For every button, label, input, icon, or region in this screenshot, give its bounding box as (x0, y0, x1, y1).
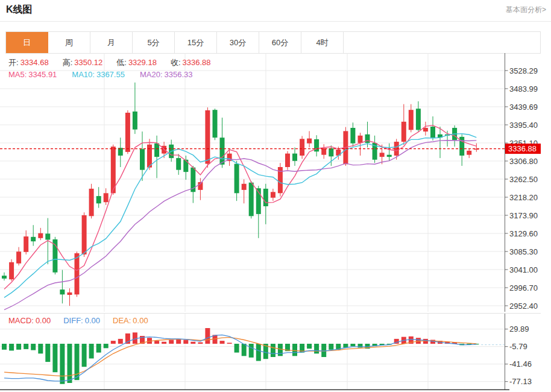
svg-text:3395.40: 3395.40 (509, 121, 538, 130)
svg-text:3483.99: 3483.99 (509, 84, 538, 93)
svg-text:3218.20: 3218.20 (509, 193, 538, 202)
ma5-value: 3345.91 (28, 70, 57, 79)
ma20-value: 3356.33 (165, 70, 193, 79)
tab-month[interactable]: 月 (90, 32, 133, 53)
macd-indicator-row: MACD:0.00 DIFF:0.00 DEA:0.00 (8, 316, 150, 325)
macd-chart-canvas[interactable]: 29.89-5.79-41.46-77.13 (0, 314, 551, 392)
ma10-label: MA10: (72, 70, 95, 79)
page-title: K线图 (6, 4, 33, 16)
svg-text:-5.79: -5.79 (509, 342, 527, 351)
diff-pair: DIFF:0.00 (63, 316, 102, 325)
svg-text:-41.46: -41.46 (509, 359, 532, 368)
macd-pair: MACD:0.00 (8, 316, 52, 325)
tab-4hour[interactable]: 4时 (301, 32, 344, 53)
open-value: 3334.68 (20, 58, 49, 67)
candlestick-chart-canvas[interactable]: 3528.293483.993439.693395.403351.103306.… (0, 53, 551, 312)
low-pair: 低:3329.18 (116, 57, 159, 68)
open-label: 开: (8, 58, 19, 67)
svg-text:3041.00: 3041.00 (509, 265, 538, 274)
svg-text:2996.70: 2996.70 (509, 283, 538, 292)
svg-text:3439.69: 3439.69 (509, 103, 538, 112)
fundamental-analysis-link[interactable]: 基本面分析> (506, 5, 546, 15)
macd-value: 0.00 (36, 316, 51, 325)
high-value: 3350.12 (74, 58, 102, 67)
ma10-value: 3367.55 (96, 70, 125, 79)
close-value: 3336.88 (183, 58, 211, 67)
dea-pair: DEA:0.00 (113, 316, 150, 325)
ohlc-info-row: 开:3334.68 高:3350.12 低:3329.18 收:3336.88 (8, 57, 213, 68)
ma5-pair: MA5:3345.91 (8, 70, 58, 79)
svg-text:3336.88: 3336.88 (508, 144, 537, 153)
diff-value: 0.00 (85, 316, 100, 325)
widget-header: K线图 基本面分析> (6, 4, 546, 16)
high-label: 高: (63, 58, 73, 67)
ma5-label: MA5: (8, 70, 27, 79)
svg-text:-77.13: -77.13 (509, 377, 532, 386)
tab-60min[interactable]: 60分 (259, 32, 301, 53)
svg-text:3528.29: 3528.29 (509, 66, 538, 75)
ma10-pair: MA10:3367.55 (72, 70, 127, 79)
open-pair: 开:3334.68 (8, 57, 51, 68)
tab-15min[interactable]: 15分 (175, 32, 217, 53)
svg-text:3129.60: 3129.60 (509, 229, 538, 238)
dea-value: 0.00 (133, 316, 148, 325)
dea-label: DEA: (113, 316, 131, 325)
ma-indicator-row: MA5:3345.91 MA10:3367.55 MA20:3356.33 (8, 70, 195, 79)
tab-5min[interactable]: 5分 (133, 32, 175, 53)
tab-day[interactable]: 日 (6, 32, 48, 53)
ma20-label: MA20: (140, 70, 163, 79)
svg-text:3173.90: 3173.90 (509, 211, 538, 220)
tab-30min[interactable]: 30分 (217, 32, 259, 53)
svg-text:2952.40: 2952.40 (509, 302, 538, 311)
diff-label: DIFF: (63, 316, 83, 325)
high-pair: 高:3350.12 (63, 57, 105, 68)
close-pair: 收:3336.88 (171, 57, 213, 68)
period-tabbar: 日周月5分15分30分60分4时 (5, 31, 541, 54)
svg-text:3306.80: 3306.80 (509, 157, 538, 166)
tab-week[interactable]: 周 (48, 32, 90, 53)
tabbar-spacer (344, 32, 540, 53)
low-value: 3329.18 (128, 58, 157, 67)
svg-text:3262.50: 3262.50 (509, 175, 538, 184)
close-label: 收: (171, 58, 181, 67)
svg-text:3085.30: 3085.30 (509, 247, 538, 256)
ma20-pair: MA20:3356.33 (140, 70, 195, 79)
macd-label: MACD: (8, 316, 34, 325)
low-label: 低: (116, 58, 127, 67)
header-divider (0, 21, 551, 22)
kline-widget: K线图 基本面分析> 日周月5分15分30分60分4时 开:3334.68 高:… (0, 0, 551, 392)
svg-text:29.89: 29.89 (509, 324, 529, 334)
